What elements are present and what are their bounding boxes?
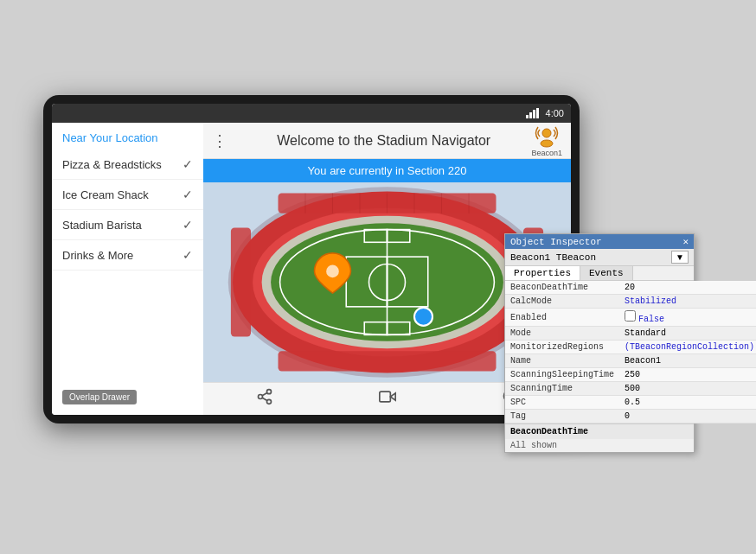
svg-rect-18 (231, 228, 251, 337)
check-icon-icecream: ✓ (183, 188, 193, 201)
check-icon-pizza: ✓ (183, 157, 193, 171)
prop-name-6: ScanningSleepingTime (505, 368, 619, 382)
drawer-header: Near Your Location (52, 123, 203, 150)
overlap-drawer-button[interactable]: Overlap Drawer (62, 390, 137, 404)
drawer-item-barista[interactable]: Stadium Barista ✓ (52, 210, 203, 240)
beacon-svg-icon (535, 124, 559, 149)
prop-name-7: ScanningTime (505, 382, 619, 396)
prop-value-7: 500 (619, 382, 756, 396)
drawer-item-label: Drinks & More (62, 249, 133, 262)
svg-point-1 (541, 140, 553, 147)
prop-name-9: Tag (505, 410, 619, 423)
check-icon-barista: ✓ (183, 218, 193, 232)
svg-point-0 (542, 129, 551, 137)
prop-value-3: Standard (619, 327, 756, 341)
table-row[interactable]: SPC0.5 (505, 396, 756, 410)
prop-name-2: Enabled (505, 309, 619, 327)
table-row[interactable]: MonitorizedRegions(TBeaconRegionCollecti… (505, 341, 756, 354)
prop-name-4: MonitorizedRegions (505, 341, 619, 354)
component-dropdown-button[interactable]: ▼ (671, 251, 689, 264)
prop-value-5: Beacon1 (619, 354, 756, 368)
object-inspector-panel: Object Inspector ✕ Beacon1 TBeacon ▼ Pro… (504, 233, 695, 453)
prop-value-0: 20 (619, 281, 756, 295)
drawer-item-label: Pizza & Breadsticks (62, 158, 162, 171)
app-content: Near Your Location Pizza & Breadsticks ✓… (52, 123, 571, 415)
selected-property-description: BeaconDeathTime (505, 423, 694, 439)
prop-value-1: Stabilized (619, 295, 756, 309)
object-inspector-titlebar: Object Inspector ✕ (505, 234, 694, 249)
check-icon-drinks: ✓ (183, 248, 193, 262)
filter-row: All shown (505, 439, 694, 452)
table-row[interactable]: BeaconDeathTime20 (505, 281, 756, 295)
signal-icon (526, 108, 539, 118)
table-row[interactable]: NameBeacon1 (505, 354, 756, 368)
section-banner: You are currently in Section 220 (203, 159, 571, 182)
table-row[interactable]: ModeStandard (505, 327, 756, 341)
share-icon[interactable] (256, 388, 273, 410)
svg-rect-34 (379, 392, 390, 402)
beacon-label-text: Beacon1 (531, 149, 562, 157)
svg-point-28 (266, 390, 271, 394)
status-time: 4:00 (546, 108, 564, 118)
svg-point-29 (258, 395, 262, 399)
status-icons: 4:00 (526, 108, 564, 118)
prop-name-8: SPC (505, 396, 619, 410)
properties-table: BeaconDeathTime20CalcModeStabilizedEnabl… (505, 281, 756, 423)
prop-value-4: (TBeaconRegionCollection) (619, 341, 756, 354)
svg-point-27 (326, 265, 339, 278)
table-row[interactable]: EnabledFalse (505, 309, 756, 327)
inspector-tabs: Properties Events (505, 266, 694, 281)
svg-marker-33 (390, 393, 395, 400)
drawer-item-label: Ice Cream Shack (62, 188, 149, 201)
beacon-indicator: Beacon1 (531, 124, 562, 157)
current-location-dot (414, 308, 432, 326)
table-row[interactable]: ScanningTime500 (505, 382, 756, 396)
svg-line-31 (262, 398, 267, 400)
svg-line-32 (262, 392, 267, 395)
prop-value-8: 0.5 (619, 396, 756, 410)
prop-value-9: 0 (619, 410, 756, 423)
drawer-item-pizza[interactable]: Pizza & Breadsticks ✓ (52, 150, 203, 180)
prop-name-5: Name (505, 354, 619, 368)
object-inspector-title: Object Inspector (510, 237, 602, 247)
prop-name-0: BeaconDeathTime (505, 281, 619, 295)
tab-events[interactable]: Events (580, 266, 633, 280)
tab-properties[interactable]: Properties (505, 266, 580, 280)
svg-point-30 (266, 399, 271, 404)
menu-icon[interactable]: ⋮ (212, 131, 227, 150)
drawer-item-label: Stadium Barista (62, 219, 142, 232)
app-bar-title: Welcome to the Stadium Navigator (236, 133, 531, 149)
navigation-drawer: Near Your Location Pizza & Breadsticks ✓… (52, 123, 203, 415)
component-selector-row: Beacon1 TBeacon ▼ (505, 249, 694, 266)
drawer-item-icecream[interactable]: Ice Cream Shack ✓ (52, 180, 203, 210)
app-bar: ⋮ Welcome to the Stadium Navigator Bea (203, 123, 571, 159)
svg-rect-17 (279, 351, 497, 371)
prop-value-2: False (619, 309, 756, 327)
prop-name-1: CalcMode (505, 295, 619, 309)
prop-value-6: 250 (619, 368, 756, 382)
object-inspector-close-btn[interactable]: ✕ (682, 236, 689, 247)
table-row[interactable]: ScanningSleepingTime250 (505, 368, 756, 382)
tablet-screen: 4:00 Near Your Location Pizza & Breadsti… (52, 104, 571, 415)
enabled-checkbox[interactable] (625, 310, 636, 322)
table-row[interactable]: Tag0 (505, 410, 756, 423)
video-icon[interactable] (378, 388, 397, 410)
drawer-item-drinks[interactable]: Drinks & More ✓ (52, 240, 203, 271)
tablet-device: 4:00 Near Your Location Pizza & Breadsti… (43, 95, 580, 423)
table-row[interactable]: CalcModeStabilized (505, 295, 756, 309)
status-bar: 4:00 (52, 104, 571, 123)
component-label: Beacon1 TBeacon (510, 252, 596, 263)
prop-name-3: Mode (505, 327, 619, 341)
